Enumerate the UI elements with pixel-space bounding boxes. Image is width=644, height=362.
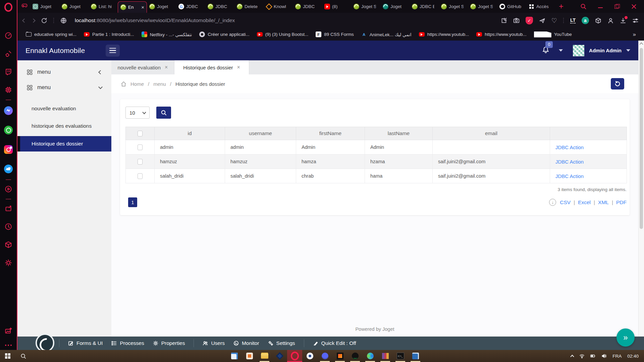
content-tab-historique-dossier[interactable]: Historique des dossier × — [174, 60, 249, 74]
browser-tab[interactable]: G JDBC — [176, 1, 205, 12]
pagination-page-1[interactable]: 1 — [128, 197, 137, 207]
browser-tab[interactable]: Joget S — [468, 1, 497, 12]
gx-cleaner-icon[interactable] — [5, 50, 12, 57]
browser-tab[interactable]: En × — [118, 1, 147, 13]
bookmark-item[interactable]: educative spring wi... — [22, 32, 80, 38]
url-text[interactable]: localhost:8080/jw/web/userview/weviooID/… — [75, 17, 495, 23]
bookmark-item[interactable]: https://www.youtub... — [473, 32, 530, 38]
forward-icon[interactable] — [31, 18, 36, 23]
messenger-icon[interactable] — [4, 106, 13, 115]
taskbar-app-icon[interactable] — [378, 350, 393, 362]
browser-tab[interactable]: List: hi — [89, 1, 118, 12]
sidebar-item-nouvelle-evaluation[interactable]: nouvelle evaluation — [17, 101, 111, 116]
admin-processes-button[interactable]: Processes — [111, 340, 144, 346]
settings-gear-icon[interactable] — [5, 259, 12, 266]
page-scrollbar[interactable] — [638, 41, 644, 337]
send-flow-icon[interactable] — [539, 17, 545, 24]
twitch-icon[interactable] — [5, 68, 12, 75]
adblock-shield-icon[interactable]: ✓ — [526, 17, 533, 24]
close-button[interactable] — [631, 4, 637, 9]
export-csv-link[interactable]: CSV — [560, 199, 571, 205]
taskbar-app-icon[interactable] — [302, 350, 317, 362]
camera-snapshot-icon[interactable] — [513, 17, 520, 24]
player-icon[interactable] — [5, 185, 12, 193]
taskbar-app-icon[interactable]: C:\_ — [393, 350, 408, 362]
column-header-firstname[interactable]: firstName — [296, 127, 365, 140]
taskbar-app-icon[interactable] — [363, 350, 378, 362]
bookmark-item[interactable]: YouTube — [530, 32, 576, 38]
taskbar-app-icon[interactable] — [257, 350, 272, 362]
content-tab-nouvelle-evaluation[interactable]: nouvelle evaluation × — [111, 60, 174, 74]
clock[interactable]: 02:40 — [627, 354, 639, 359]
bookmark-item[interactable]: (9) (3) Using Bootst... — [253, 32, 312, 38]
cube-extension-icon[interactable] — [595, 17, 601, 24]
export-xml-link[interactable]: XML — [598, 199, 609, 205]
browser-tab[interactable]: JDBC B — [410, 1, 439, 12]
notifications-button[interactable]: 0 — [542, 46, 549, 55]
download-icon[interactable] — [620, 17, 626, 24]
admin-users-button[interactable]: Users — [203, 340, 224, 346]
restore-button[interactable] — [614, 4, 620, 9]
taskbar-app-icon[interactable] — [272, 350, 287, 362]
scrollbar-thumb[interactable] — [640, 48, 643, 229]
wifi-icon[interactable] — [579, 353, 585, 359]
column-header-lastname[interactable]: lastName — [365, 127, 433, 140]
browser-tab[interactable]: Delete — [234, 1, 264, 12]
bookmark-item[interactable]: Créer une applicati... — [196, 32, 253, 38]
search-button[interactable] — [156, 107, 171, 119]
bookmark-item[interactable]: Partie 1 : Introducti... — [80, 32, 138, 38]
browser-tab[interactable]: Joget — [147, 1, 176, 12]
column-header-email[interactable]: email — [433, 127, 550, 140]
battery-icon[interactable] — [590, 353, 596, 359]
export-excel-link[interactable]: Excel — [578, 199, 591, 205]
gx-control-icon[interactable] — [5, 32, 12, 39]
tab-close-icon[interactable]: × — [141, 4, 144, 10]
admin-quick-edit-button[interactable]: Quick Edit : Off — [313, 340, 356, 346]
language-indicator[interactable]: FRA — [612, 354, 622, 359]
bookmark-item[interactable]: A AnimeLek... انمي ليك — [358, 32, 415, 38]
history-icon[interactable] — [5, 223, 12, 230]
select-all-checkbox[interactable] — [138, 131, 143, 136]
instagram-icon[interactable] — [4, 145, 13, 154]
taskbar-app-icon[interactable] — [287, 350, 302, 362]
pin-edit-icon[interactable] — [501, 17, 507, 24]
browser-tab[interactable]: Joget — [380, 1, 410, 12]
twitter-icon[interactable] — [4, 165, 13, 173]
sidebar-item-historique-evaluations[interactable]: historique des evaluations — [17, 119, 111, 133]
tab-search-icon[interactable] — [580, 3, 586, 9]
bookmark-item[interactable]: Netflixy - ...- نتفلكسي — [138, 32, 196, 38]
column-header-id[interactable]: id — [155, 127, 225, 140]
volume-icon[interactable] — [601, 353, 607, 359]
row-checkbox[interactable] — [138, 173, 143, 179]
jdbc-action-link[interactable]: JDBC Action — [555, 144, 584, 150]
opera-menu-icon[interactable] — [4, 3, 12, 12]
sidebar-item-historique-dossier[interactable]: Historique des dossier — [17, 136, 111, 152]
profile-icon[interactable] — [607, 17, 614, 24]
column-header-username[interactable]: username — [225, 127, 296, 140]
taskbar-search-button[interactable] — [15, 350, 31, 362]
browser-tab[interactable]: Knowl — [264, 1, 293, 12]
page-size-select[interactable]: 10 — [125, 107, 150, 119]
whatsapp-icon[interactable] — [4, 126, 13, 134]
jdbc-action-link[interactable]: JDBC Action — [555, 173, 584, 179]
refresh-button[interactable] — [611, 78, 624, 89]
start-button[interactable] — [0, 350, 15, 362]
admin-monitor-button[interactable]: Monitor — [233, 340, 259, 346]
breadcrumb-menu[interactable]: menu — [153, 81, 166, 87]
minimize-button[interactable] — [598, 4, 603, 9]
a-extension-icon[interactable]: a — [582, 17, 589, 24]
browser-tab[interactable]: Accès — [526, 1, 555, 12]
sidebar-toggle-button[interactable] — [106, 45, 120, 57]
browser-tab[interactable]: JDBC — [293, 1, 322, 12]
user-menu-chevron-icon[interactable] — [626, 49, 630, 52]
browser-tab[interactable]: JDBC — [205, 1, 234, 12]
admin-settings-button[interactable]: Settings — [268, 340, 295, 346]
joget-logo[interactable] — [36, 334, 54, 352]
extensions-icon[interactable] — [5, 241, 12, 248]
browser-tab[interactable]: GitHub — [497, 1, 526, 12]
new-tab-button[interactable]: + — [559, 2, 564, 11]
tab-close-icon[interactable]: × — [237, 64, 240, 70]
taskbar-app-icon[interactable] — [227, 350, 242, 362]
scrollbar-up-icon[interactable] — [639, 42, 643, 46]
avatar[interactable] — [573, 45, 584, 56]
